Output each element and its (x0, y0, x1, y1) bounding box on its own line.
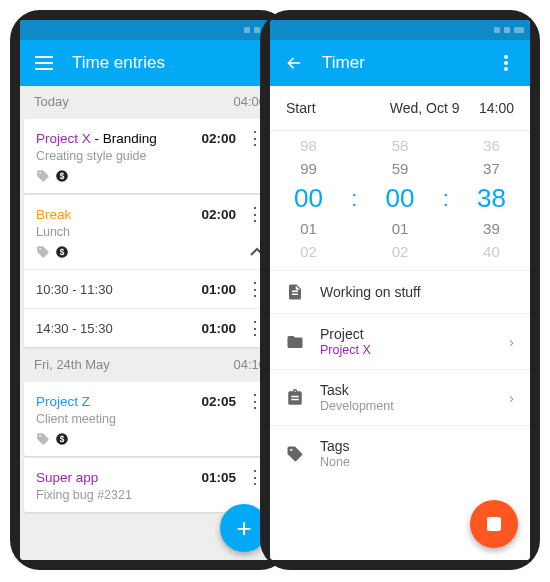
billable-icon: $ (55, 169, 69, 183)
svg-text:$: $ (60, 172, 65, 181)
screen-left: Time entries Today 04:00 Project X - Bra… (20, 20, 280, 560)
time-picker[interactable]: 98 99 00 01 02 : 58 59 00 01 02 : 36 3 (270, 131, 530, 270)
billable-icon: $ (55, 245, 69, 259)
entry-card[interactable]: Project X - Branding 02:00 ⋮ Creating st… (24, 119, 276, 193)
section-fri: Fri, 24th May 04:10 (20, 349, 280, 380)
sub-duration: 01:00 (201, 321, 236, 336)
start-value: Wed, Oct 9 14:00 (390, 100, 514, 116)
tag-icon (36, 169, 50, 183)
start-label: Start (286, 100, 316, 116)
picker-sep: : (443, 186, 449, 212)
section-label: Today (34, 94, 69, 109)
entry-description: Creating style guide (36, 149, 264, 163)
phone-right: Timer Start Wed, Oct 9 14:00 98 99 00 01… (260, 10, 540, 570)
timer-content: Start Wed, Oct 9 14:00 98 99 00 01 02 : … (270, 86, 530, 560)
screen-right: Timer Start Wed, Oct 9 14:00 98 99 00 01… (270, 20, 530, 560)
tags-field[interactable]: Tags None (270, 425, 530, 481)
project-field[interactable]: Project Project X › (270, 313, 530, 369)
page-title: Time entries (72, 53, 266, 73)
sub-entry[interactable]: 14:30 - 15:30 01:00 ⋮ (24, 308, 276, 347)
tag-icon (286, 445, 304, 463)
start-row[interactable]: Start Wed, Oct 9 14:00 (270, 86, 530, 131)
entry-description: Fixing bug #2321 (36, 488, 264, 502)
entry-card[interactable]: Break 02:00 ⋮ Lunch $ 10:3 (24, 195, 276, 347)
tag-icon (36, 245, 50, 259)
task-field[interactable]: Task Development › (270, 369, 530, 425)
app-bar: Timer (270, 40, 530, 86)
description-value: Working on stuff (320, 284, 514, 300)
sub-time: 10:30 - 11:30 (36, 282, 201, 297)
status-bar (20, 20, 280, 40)
entry-description: Client meeting (36, 412, 264, 426)
folder-icon (286, 333, 304, 351)
tag-icon (36, 432, 50, 446)
project-value: Project X (320, 343, 493, 357)
svg-point-7 (504, 61, 508, 65)
sub-duration: 01:00 (201, 282, 236, 297)
stop-icon (487, 517, 501, 531)
tags-value: None (320, 455, 514, 469)
sub-entry[interactable]: 10:30 - 11:30 01:00 ⋮ (24, 269, 276, 308)
more-icon[interactable] (496, 53, 516, 73)
clipboard-icon (286, 389, 304, 407)
entry-duration: 02:05 (201, 394, 236, 409)
page-title: Timer (322, 53, 496, 73)
entry-description: Lunch (36, 225, 264, 239)
entry-duration: 02:00 (201, 207, 236, 222)
sub-time: 14:30 - 15:30 (36, 321, 201, 336)
menu-icon[interactable] (34, 53, 54, 73)
back-icon[interactable] (284, 53, 304, 73)
entries-content: Today 04:00 Project X - Branding 02:00 ⋮… (20, 86, 280, 560)
minutes-col[interactable]: 58 59 00 01 02 (386, 137, 415, 260)
entry-title: Break (36, 207, 201, 222)
task-label: Task (320, 382, 493, 398)
phone-left: Time entries Today 04:00 Project X - Bra… (10, 10, 290, 570)
status-bar (270, 20, 530, 40)
project-label: Project (320, 326, 493, 342)
svg-point-6 (504, 55, 508, 59)
description-field[interactable]: Working on stuff (270, 270, 530, 313)
stop-fab[interactable] (470, 500, 518, 548)
note-icon (286, 283, 304, 301)
seconds-col[interactable]: 36 37 38 39 40 (477, 137, 506, 260)
chevron-right-icon: › (509, 334, 514, 350)
entry-title: Project Z (36, 394, 201, 409)
billable-icon: $ (55, 432, 69, 446)
tags-label: Tags (320, 438, 514, 454)
app-bar: Time entries (20, 40, 280, 86)
svg-text:$: $ (60, 435, 65, 444)
section-today: Today 04:00 (20, 86, 280, 117)
picker-sep: : (351, 186, 357, 212)
svg-point-8 (504, 67, 508, 71)
chevron-right-icon: › (509, 390, 514, 406)
entry-duration: 01:05 (201, 470, 236, 485)
section-label: Fri, 24th May (34, 357, 110, 372)
task-value: Development (320, 399, 493, 413)
entry-title: Super app (36, 470, 201, 485)
svg-text:$: $ (60, 248, 65, 257)
entry-title: Project X - Branding (36, 131, 201, 146)
entry-card[interactable]: Project Z 02:05 ⋮ Client meeting $ (24, 382, 276, 456)
entry-duration: 02:00 (201, 131, 236, 146)
hours-col[interactable]: 98 99 00 01 02 (294, 137, 323, 260)
